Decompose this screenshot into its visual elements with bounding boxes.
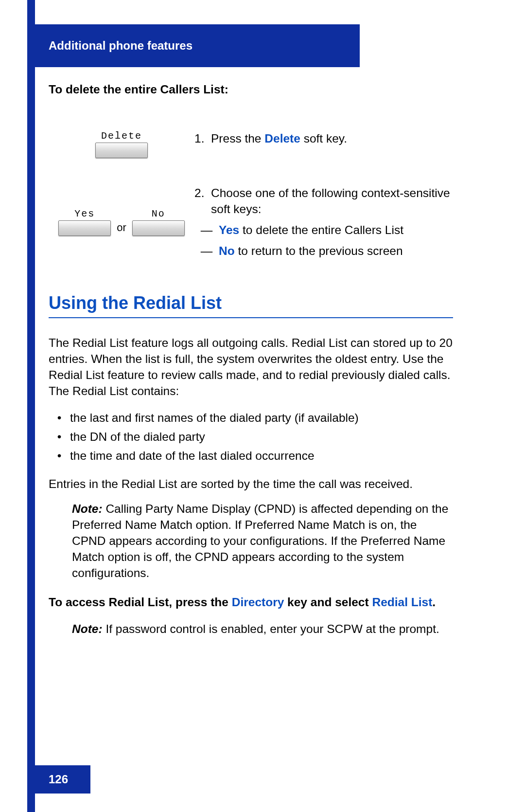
step-1-text: 1.Press the Delete soft key. — [194, 130, 453, 146]
step-1-key-col: Delete — [49, 130, 194, 158]
no-softkey-button-icon — [132, 220, 185, 236]
step-2-number: 2. — [194, 185, 211, 217]
yes-softkey-label: Yes — [74, 208, 95, 219]
page-number: 126 — [49, 773, 68, 786]
bullet-text: the last and first names of the dialed p… — [70, 408, 359, 427]
left-spine — [27, 0, 35, 812]
no-softkey-label: No — [152, 208, 165, 219]
no-key: No — [219, 244, 235, 257]
note-text: If password control is enabled, enter yo… — [103, 622, 439, 635]
step-1-suffix: soft key. — [300, 132, 347, 145]
bullet-dot-icon: • — [49, 446, 70, 465]
step-2-text: 2. Choose one of the following context-s… — [194, 185, 453, 259]
step-2-intro-text: Choose one of the following context-sens… — [211, 185, 453, 217]
yes-rest: to delete the entire Callers List — [239, 223, 403, 236]
section-heading-rule — [49, 317, 453, 318]
access-instruction: To access Redial List, press the Directo… — [49, 595, 453, 609]
yes-no-softkeys: Yes or No — [58, 208, 185, 236]
redial-intro-paragraph: The Redial List feature logs all outgoin… — [49, 335, 453, 399]
note-label: Note: — [72, 502, 103, 515]
delete-softkey-label: Delete — [101, 130, 142, 142]
yes-softkey: Yes — [58, 208, 111, 236]
yes-softkey-button-icon — [58, 220, 111, 236]
delete-softkey: Delete — [95, 130, 148, 158]
step-2-option-yes: — Yes to delete the entire Callers List — [194, 222, 453, 238]
access-mid: key and select — [284, 595, 372, 609]
manual-page: Additional phone features To delete the … — [0, 0, 525, 812]
header-banner: Additional phone features — [27, 24, 360, 67]
bullet-dot-icon: • — [49, 408, 70, 427]
step-1-prefix: Press the — [211, 132, 264, 145]
section-heading: Using the Redial List — [49, 293, 453, 313]
sort-paragraph: Entries in the Redial List are sorted by… — [49, 476, 453, 492]
dash-icon: — — [194, 243, 219, 259]
bullet-text: the time and date of the last dialed occ… — [70, 446, 315, 465]
list-item: •the last and first names of the dialed … — [49, 408, 453, 427]
step-1-row: Delete 1.Press the Delete soft key. — [49, 130, 453, 158]
step-2-option-no: — No to return to the previous screen — [194, 243, 453, 259]
note-text: Calling Party Name Display (CPND) is aff… — [72, 502, 448, 579]
step-2-row: Yes or No 2. Choose one of the following… — [49, 185, 453, 259]
intro-heading: To delete the entire Callers List: — [49, 83, 453, 96]
access-pre: To access Redial List, press the — [49, 595, 232, 609]
step-2-key-col: Yes or No — [49, 208, 194, 236]
redial-bullet-list: •the last and first names of the dialed … — [49, 408, 453, 466]
step-1-keyname: Delete — [264, 132, 300, 145]
step-1-number: 1. — [194, 130, 211, 146]
directory-key: Directory — [232, 595, 284, 609]
bullet-text: the DN of the dialed party — [70, 427, 205, 446]
no-rest: to return to the previous screen — [235, 244, 403, 257]
password-note: Note: If password control is enabled, en… — [72, 621, 453, 637]
cpnd-note: Note: Calling Party Name Display (CPND) … — [72, 501, 453, 581]
page-number-tab: 126 — [27, 765, 90, 794]
dash-icon: — — [194, 222, 219, 238]
or-text: or — [117, 221, 126, 236]
access-post: . — [432, 595, 436, 609]
redial-list-key: Redial List — [372, 595, 432, 609]
delete-softkey-button-icon — [95, 143, 148, 158]
bullet-dot-icon: • — [49, 427, 70, 446]
no-softkey: No — [132, 208, 185, 236]
header-title: Additional phone features — [49, 39, 192, 53]
note-label: Note: — [72, 622, 103, 635]
yes-key: Yes — [219, 223, 239, 236]
list-item: •the time and date of the last dialed oc… — [49, 446, 453, 465]
content-column: To delete the entire Callers List: Delet… — [49, 83, 453, 652]
list-item: •the DN of the dialed party — [49, 427, 453, 446]
